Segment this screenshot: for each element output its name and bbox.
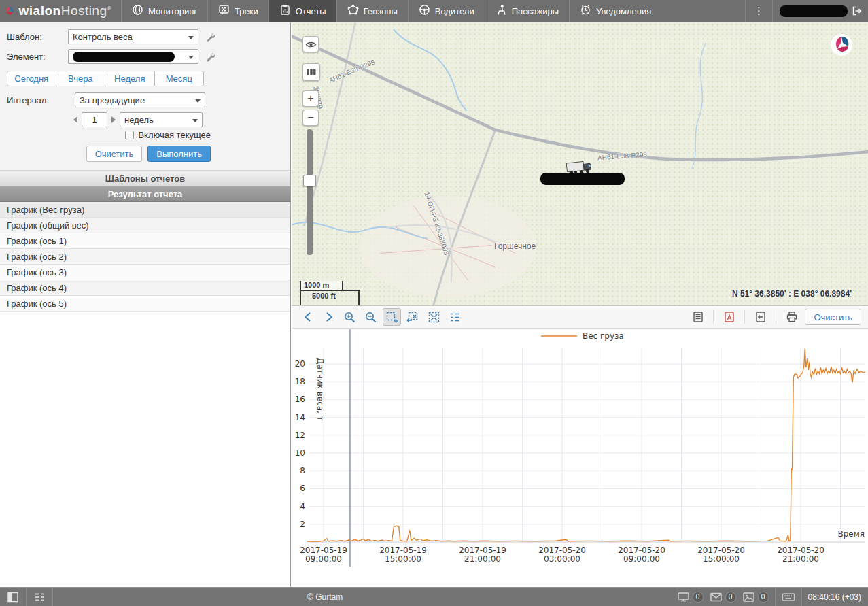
weight-series-line — [307, 349, 865, 542]
quick-range-button[interactable]: Вчера — [56, 71, 106, 86]
quick-range-button[interactable]: Месяц — [154, 71, 205, 86]
execute-report-button[interactable]: Выполнить — [147, 146, 211, 162]
map-provider-logo — [830, 33, 853, 56]
export-pdf-button[interactable] — [720, 308, 738, 326]
town-label: Горшечное — [494, 241, 536, 251]
export-file-button[interactable] — [751, 308, 769, 326]
report-result-item[interactable]: График (ось 1) — [0, 233, 290, 249]
geofence-icon — [347, 4, 359, 18]
x-tick-label: 2017-05-2003:00:00 — [538, 545, 586, 564]
more-menu-button[interactable]: ⋮ — [745, 0, 773, 22]
interval-increment-arrow[interactable] — [111, 116, 116, 123]
copyright-text: © Gurtam — [307, 592, 343, 602]
media-photo-icon — [742, 592, 755, 603]
interval-decrement-arrow[interactable] — [73, 116, 77, 123]
report-result-item[interactable]: График (общий вес) — [0, 218, 290, 233]
nav-item-driver[interactable]: Водители — [408, 0, 485, 22]
template-label: Шаблон: — [7, 32, 68, 42]
passenger-icon — [496, 4, 507, 18]
nav-item-alarm[interactable]: Уведомления — [569, 0, 661, 22]
clear-chart-button[interactable]: Очистить — [805, 309, 861, 325]
template-select[interactable]: Контроль веса — [68, 29, 198, 44]
report-result-item[interactable]: График (ось 2) — [0, 249, 290, 265]
chevron-down-icon — [192, 119, 198, 122]
map-coordinates: N 51° 36.3850' : E 038° 06.8984' — [732, 289, 852, 299]
report-result-item[interactable]: График (ось 4) — [0, 280, 290, 296]
chart-step-back-button[interactable] — [298, 308, 317, 326]
quick-range-button[interactable]: Неделя — [105, 71, 155, 86]
map-canvas[interactable]: АН61-Е38-Р298 АН61-Е38-Р298 14-ОП-РЗ-К2-… — [292, 22, 868, 305]
report-config-panel: Шаблон: Контроль веса Элемент: — [0, 22, 291, 587]
include-current-checkbox[interactable] — [125, 131, 134, 139]
x-tick-label: 2017-05-1921:00:00 — [459, 545, 506, 564]
map-scale-control: 1000 m 5000 ft — [300, 281, 360, 305]
messages-counter[interactable]: 0 — [710, 592, 736, 603]
alarm-icon — [580, 4, 591, 18]
status-bar: © Gurtam 0 0 0 08:40:16 (+03) — [0, 587, 868, 606]
nav-item-passenger[interactable]: Пассажиры — [485, 0, 569, 22]
media-counter[interactable]: 0 — [742, 592, 769, 603]
logout-icon[interactable] — [852, 5, 863, 16]
chart-fit-button[interactable] — [425, 308, 443, 326]
top-navigation-bar: wialonHosting® МониторингТрекиОтчетыГеоз… — [0, 0, 868, 22]
wialon-logo[interactable]: wialonHosting® — [0, 0, 121, 22]
wialon-logo-icon — [5, 3, 14, 19]
y-tick-label: 16 — [295, 394, 305, 404]
interval-type-select[interactable]: За предыдущие — [75, 92, 205, 107]
nav-item-reports[interactable]: Отчеты — [268, 0, 336, 22]
chart-zoom-out-button[interactable] — [362, 308, 380, 326]
map-layers-button[interactable] — [302, 63, 320, 81]
report-result-item[interactable]: График (ось 3) — [0, 265, 290, 280]
map-zoom-out-button[interactable]: − — [302, 110, 319, 126]
report-table-button[interactable] — [689, 308, 707, 326]
driver-icon — [419, 4, 430, 18]
clear-report-button[interactable]: Очистить — [86, 146, 143, 162]
nav-item-tracks[interactable]: Треки — [207, 0, 268, 22]
unit-select[interactable] — [68, 49, 198, 64]
toggle-left-panel-button[interactable] — [0, 588, 27, 606]
section-report-result[interactable]: Результат отчета — [0, 186, 290, 202]
chart-step-forward-button[interactable] — [319, 308, 338, 326]
template-settings-wrench-icon[interactable] — [205, 32, 215, 42]
quick-range-button[interactable]: Сегодня — [7, 71, 56, 86]
reports-icon — [279, 4, 291, 18]
map-zoom-in-button[interactable]: + — [302, 90, 319, 107]
chart-x-axis-zoom-button[interactable] — [404, 308, 422, 326]
nav-item-globe[interactable]: Мониторинг — [121, 0, 207, 22]
map-zoom-slider-handle[interactable] — [303, 175, 316, 186]
x-tick-label: 2017-05-1909:00:00 — [300, 545, 347, 564]
nav-item-geofence[interactable]: Геозоны — [336, 0, 408, 22]
x-tick-label: 2017-05-1915:00:00 — [379, 545, 427, 564]
print-button[interactable] — [782, 308, 801, 326]
unit-settings-wrench-icon[interactable] — [205, 52, 215, 62]
section-report-templates[interactable]: Шаблоны отчетов — [0, 171, 290, 186]
y-axis-title: Датчик веса, т — [315, 358, 325, 421]
y-tick-label: 18 — [295, 377, 305, 386]
y-tick-label: 14 — [295, 413, 305, 422]
chart-zoom-in-button[interactable] — [341, 308, 359, 326]
report-result-item[interactable]: График (ось 5) — [0, 296, 290, 312]
user-menu[interactable] — [780, 5, 863, 17]
chart-area[interactable]: 24681012141618202017-05-1909:00:002017-0… — [292, 329, 868, 587]
interval-count-input[interactable] — [82, 112, 107, 127]
chart-box-zoom-button[interactable] — [383, 308, 401, 326]
globe-icon — [132, 4, 143, 18]
redacted-unit-map-label — [540, 173, 625, 185]
weight-chart[interactable]: 24681012141618202017-05-1909:00:002017-0… — [292, 329, 868, 588]
chart-legend-button[interactable] — [446, 308, 464, 326]
report-result-item[interactable]: График (Вес груза) — [0, 202, 290, 218]
jobs-monitor-icon — [677, 592, 690, 603]
redacted-unit-name — [73, 52, 175, 62]
y-tick-label: 8 — [300, 466, 305, 475]
chevron-down-icon — [188, 56, 194, 59]
map-scale-feet: 5000 ft — [300, 290, 360, 305]
map-visibility-eye-button[interactable] — [302, 36, 319, 52]
messages-envelope-icon — [710, 592, 723, 603]
interval-unit-select[interactable]: недель — [120, 112, 203, 127]
bottom-panel-grid-button[interactable] — [27, 588, 53, 606]
chevron-down-icon — [195, 99, 201, 103]
report-form: Шаблон: Контроль веса Элемент: — [0, 22, 290, 171]
jobs-counter[interactable]: 0 — [677, 592, 704, 603]
map-zoom-slider[interactable] — [307, 129, 313, 255]
keyboard-icon[interactable] — [782, 592, 795, 603]
